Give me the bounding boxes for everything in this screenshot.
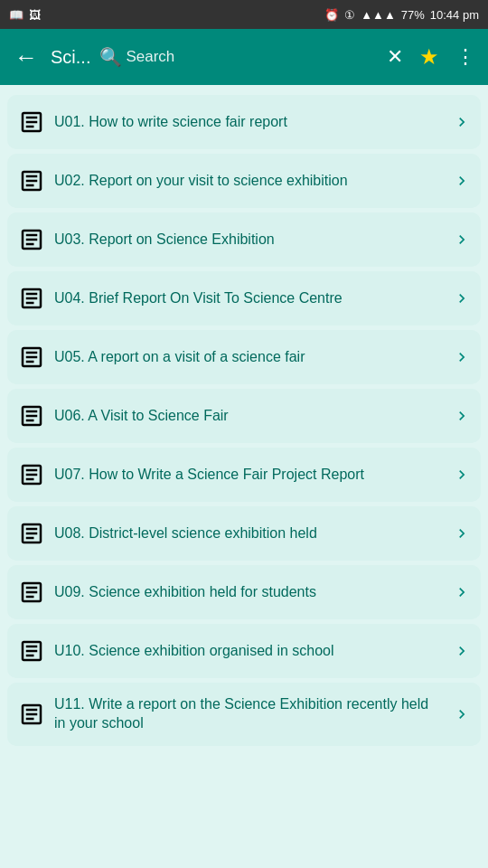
alarm-icon: ⏰ bbox=[324, 8, 339, 22]
list-item[interactable]: U04. Brief Report On Visit To Science Ce… bbox=[7, 271, 481, 326]
chevron-right-icon bbox=[452, 583, 472, 601]
list-item[interactable]: U05. A report on a visit of a science fa… bbox=[7, 330, 481, 384]
list-item-label: U10. Science exhibition organised in sch… bbox=[54, 642, 443, 661]
back-button[interactable]: ← bbox=[7, 38, 45, 77]
list-item-label: U06. A Visit to Science Fair bbox=[54, 407, 443, 426]
list-item-label: U02. Report on your visit to science exh… bbox=[54, 172, 443, 191]
list-item[interactable]: U07. How to Write a Science Fair Project… bbox=[7, 448, 481, 502]
doc-icon bbox=[18, 402, 45, 429]
list-item[interactable]: U11. Write a report on the Science Exhib… bbox=[7, 683, 481, 746]
doc-icon bbox=[18, 285, 45, 312]
battery-indicator: 77% bbox=[401, 8, 425, 22]
doc-icon bbox=[18, 226, 45, 253]
search-box[interactable]: 🔍 Search bbox=[99, 46, 376, 68]
list-item-label: U09. Science exhibition held for student… bbox=[54, 583, 443, 602]
more-options-button[interactable]: ⋮ bbox=[450, 42, 481, 72]
status-bar: 📖 🖼 ⏰ ① ▲▲▲ 77% 10:44 pm bbox=[0, 0, 488, 29]
list-item[interactable]: U02. Report on your visit to science exh… bbox=[7, 154, 481, 208]
close-button[interactable]: ✕ bbox=[381, 42, 408, 72]
chevron-right-icon bbox=[452, 231, 472, 249]
favorite-button[interactable]: ★ bbox=[414, 41, 445, 73]
list-item-label: U05. A report on a visit of a science fa… bbox=[54, 348, 443, 367]
list-item[interactable]: U08. District-level science exhibition h… bbox=[7, 506, 481, 561]
list-item[interactable]: U03. Report on Science Exhibition bbox=[7, 212, 481, 267]
toolbar: ← Sci... 🔍 Search ✕ ★ ⋮ bbox=[0, 29, 488, 85]
chevron-right-icon bbox=[452, 524, 472, 542]
list-item-label: U01. How to write science fair report bbox=[54, 113, 443, 132]
status-bar-right: ⏰ ① ▲▲▲ 77% 10:44 pm bbox=[324, 8, 479, 22]
status-bar-left: 📖 🖼 bbox=[9, 8, 41, 22]
sim-icon: ① bbox=[344, 8, 355, 22]
doc-icon bbox=[18, 167, 45, 194]
doc-icon bbox=[18, 344, 45, 371]
list-item-label: U11. Write a report on the Science Exhib… bbox=[54, 695, 443, 733]
doc-icon bbox=[18, 520, 45, 547]
chevron-right-icon bbox=[452, 348, 472, 366]
time-display: 10:44 pm bbox=[430, 8, 479, 22]
back-icon: ← bbox=[14, 43, 38, 71]
list-item[interactable]: U01. How to write science fair report bbox=[7, 95, 481, 149]
search-icon: 🔍 bbox=[99, 46, 122, 68]
chevron-right-icon bbox=[452, 642, 472, 660]
list-item[interactable]: U10. Science exhibition organised in sch… bbox=[7, 624, 481, 678]
list-item-label: U07. How to Write a Science Fair Project… bbox=[54, 466, 443, 485]
chevron-right-icon bbox=[452, 172, 472, 190]
list-item-label: U03. Report on Science Exhibition bbox=[54, 231, 443, 250]
toolbar-title: Sci... bbox=[51, 47, 90, 68]
book-icon: 📖 bbox=[9, 8, 23, 22]
list-item[interactable]: U06. A Visit to Science Fair bbox=[7, 389, 481, 443]
signal-icon: ▲▲▲ bbox=[361, 8, 396, 22]
article-list: U01. How to write science fair report U0… bbox=[0, 85, 488, 756]
doc-icon bbox=[18, 461, 45, 488]
list-item-label: U08. District-level science exhibition h… bbox=[54, 524, 443, 543]
doc-icon bbox=[18, 108, 45, 136]
search-label: Search bbox=[126, 48, 174, 66]
chevron-right-icon bbox=[452, 289, 472, 307]
doc-icon bbox=[18, 637, 45, 665]
doc-icon bbox=[18, 579, 45, 606]
chevron-right-icon bbox=[452, 705, 472, 723]
image-icon: 🖼 bbox=[29, 8, 41, 22]
list-item[interactable]: U09. Science exhibition held for student… bbox=[7, 565, 481, 619]
chevron-right-icon bbox=[452, 113, 472, 131]
list-item-label: U04. Brief Report On Visit To Science Ce… bbox=[54, 289, 443, 308]
chevron-right-icon bbox=[452, 466, 472, 484]
chevron-right-icon bbox=[452, 407, 472, 425]
doc-icon bbox=[18, 701, 45, 728]
